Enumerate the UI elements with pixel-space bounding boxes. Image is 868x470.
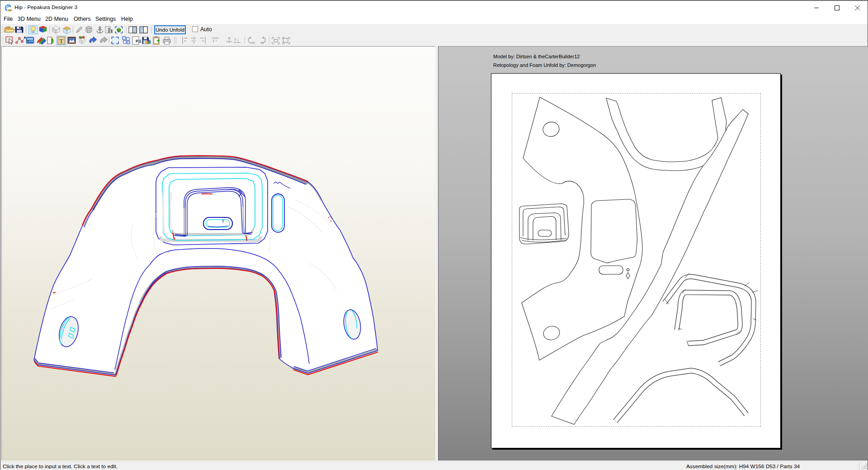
svg-text:T: T (59, 38, 63, 44)
svg-text:P.1: P.1 (136, 39, 141, 43)
svg-text:90: 90 (252, 41, 255, 44)
svg-text:90: 90 (260, 41, 264, 44)
